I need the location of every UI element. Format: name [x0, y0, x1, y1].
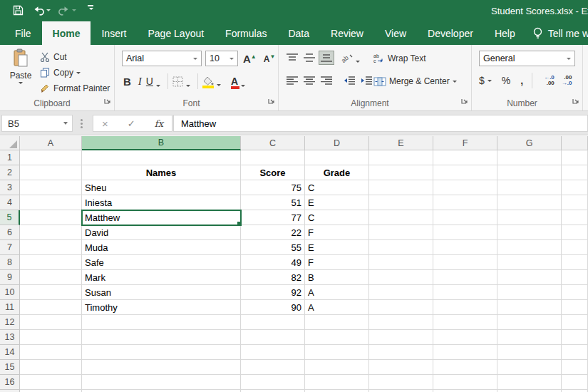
orientation-caret[interactable]: [356, 61, 360, 63]
cell-G4[interactable]: [497, 195, 562, 210]
insert-function-icon[interactable]: fx: [155, 118, 163, 129]
name-box[interactable]: B5: [1, 115, 73, 132]
clipboard-dialog-launcher[interactable]: [104, 94, 111, 107]
cell-C12[interactable]: [241, 315, 305, 330]
italic-button[interactable]: I: [138, 76, 142, 88]
cell-A4[interactable]: [20, 195, 82, 210]
font-dialog-launcher[interactable]: [268, 94, 275, 107]
cell-G5[interactable]: [497, 210, 562, 225]
cell-A16[interactable]: [20, 375, 82, 390]
font-name-combobox[interactable]: Arial: [122, 51, 202, 66]
cell-F5[interactable]: [433, 210, 497, 225]
undo-dropdown-caret[interactable]: [46, 9, 51, 11]
cell-E2[interactable]: [369, 165, 433, 180]
select-all-corner[interactable]: [0, 136, 20, 150]
cell-H4[interactable]: [562, 195, 588, 210]
cell-C11[interactable]: 90: [241, 300, 305, 315]
cell-B1[interactable]: [82, 150, 241, 165]
cell-D1[interactable]: [305, 150, 369, 165]
align-right-button[interactable]: [319, 73, 334, 88]
enter-icon[interactable]: ✓: [128, 118, 135, 129]
col-header-C[interactable]: C: [241, 136, 305, 150]
cell-G8[interactable]: [497, 255, 562, 270]
cell-B5[interactable]: Matthew: [82, 210, 241, 225]
cell-B11[interactable]: Timothy: [82, 300, 241, 315]
cell-H15[interactable]: [562, 360, 588, 375]
cell-B10[interactable]: Susan: [82, 285, 241, 300]
cell-D5[interactable]: C: [305, 210, 369, 225]
cell-D10[interactable]: A: [305, 285, 369, 300]
cell-E12[interactable]: [369, 315, 433, 330]
cell-A12[interactable]: [20, 315, 82, 330]
row-header-5[interactable]: 5: [0, 210, 20, 225]
decrease-font-size-button[interactable]: A▼: [264, 53, 276, 64]
cell-D7[interactable]: E: [305, 240, 369, 255]
cell-E1[interactable]: [369, 150, 433, 165]
row-header-9[interactable]: 9: [0, 270, 20, 285]
cell-H10[interactable]: [562, 285, 588, 300]
cell-C5[interactable]: 77: [241, 210, 305, 225]
formula-input[interactable]: Matthew: [173, 115, 588, 132]
tab-help[interactable]: Help: [484, 21, 526, 45]
cell-B9[interactable]: Mark: [82, 270, 241, 285]
cell-E11[interactable]: [369, 300, 433, 315]
currency-button[interactable]: $: [479, 75, 485, 86]
cell-E14[interactable]: [369, 345, 433, 360]
cell-C16[interactable]: [241, 375, 305, 390]
col-header-B[interactable]: B: [82, 136, 241, 150]
increase-font-size-button[interactable]: A▲: [243, 53, 257, 65]
cell-E15[interactable]: [369, 360, 433, 375]
cell-D15[interactable]: [305, 360, 369, 375]
tab-data[interactable]: Data: [277, 21, 320, 45]
cell-B2[interactable]: Names: [82, 165, 241, 180]
cell-A7[interactable]: [20, 240, 82, 255]
cell-F11[interactable]: [433, 300, 497, 315]
row-header-4[interactable]: 4: [0, 195, 20, 210]
tab-developer[interactable]: Developer: [417, 21, 484, 45]
fill-color-caret[interactable]: [217, 84, 221, 86]
font-size-combobox[interactable]: 10: [205, 51, 238, 66]
tab-page-layout[interactable]: Page Layout: [137, 21, 215, 45]
name-box-caret[interactable]: [63, 122, 68, 125]
cell-C4[interactable]: 51: [241, 195, 305, 210]
cell-C15[interactable]: [241, 360, 305, 375]
row-header-14[interactable]: 14: [0, 345, 20, 360]
row-header-12[interactable]: 12: [0, 315, 20, 330]
cell-F15[interactable]: [433, 360, 497, 375]
cell-C8[interactable]: 49: [241, 255, 305, 270]
cell-D3[interactable]: C: [305, 180, 369, 195]
col-header-E[interactable]: E: [369, 136, 433, 150]
tab-home[interactable]: Home: [42, 21, 91, 45]
cell-H5[interactable]: [562, 210, 588, 225]
cell-E4[interactable]: [369, 195, 433, 210]
bottom-align-button[interactable]: [319, 51, 334, 65]
row-header-8[interactable]: 8: [0, 255, 20, 270]
cancel-icon[interactable]: ×: [102, 118, 108, 130]
cell-H3[interactable]: [562, 180, 588, 195]
cell-F10[interactable]: [433, 285, 497, 300]
underline-caret[interactable]: [156, 85, 160, 87]
cell-D14[interactable]: [305, 345, 369, 360]
row-header-6[interactable]: 6: [0, 225, 20, 240]
cell-A10[interactable]: [20, 285, 82, 300]
top-align-button[interactable]: [284, 51, 300, 65]
decrease-decimal-button[interactable]: .00 →.0: [562, 75, 572, 86]
cell-E9[interactable]: [369, 270, 433, 285]
borders-button[interactable]: [172, 76, 190, 87]
font-color-button[interactable]: A: [231, 76, 245, 87]
cell-B6[interactable]: David: [82, 225, 241, 240]
cell-C1[interactable]: [241, 150, 305, 165]
cell-A6[interactable]: [20, 225, 82, 240]
tab-formulas[interactable]: Formulas: [215, 21, 277, 45]
cell-A5[interactable]: [20, 210, 82, 225]
cell-G11[interactable]: [497, 300, 562, 315]
cell-H12[interactable]: [562, 315, 588, 330]
copy-dropdown-caret[interactable]: [76, 72, 81, 74]
cell-B8[interactable]: Safe: [82, 255, 241, 270]
cell-F3[interactable]: [433, 180, 497, 195]
cell-F4[interactable]: [433, 195, 497, 210]
cell-H6[interactable]: [562, 225, 588, 240]
row-header-2[interactable]: 2: [0, 165, 20, 180]
col-header-F[interactable]: F: [433, 136, 497, 150]
cell-A11[interactable]: [20, 300, 82, 315]
